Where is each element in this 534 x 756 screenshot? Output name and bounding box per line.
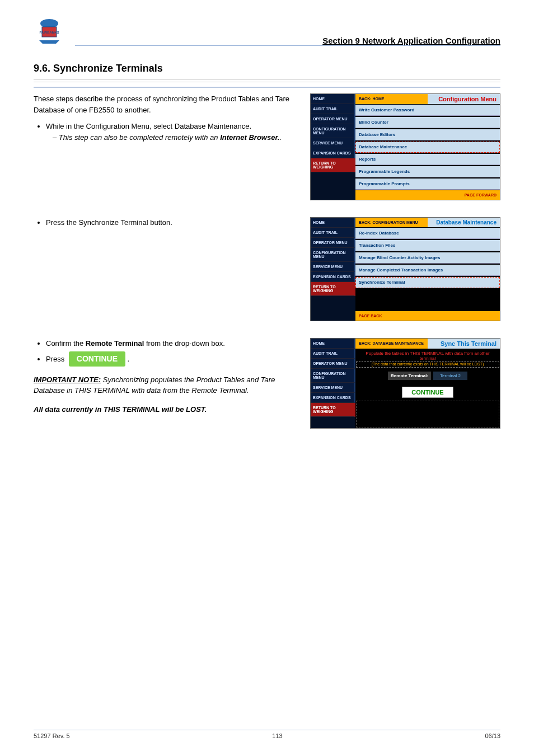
- sidebar-item[interactable]: OPERATOR MENU: [311, 114, 355, 124]
- fairbanks-logo: FAIRBANKS: [34, 17, 65, 46]
- sidebar-item[interactable]: CONFIGURATION MENU: [311, 124, 355, 138]
- remote-terminal-label: Remote Terminal:: [388, 372, 431, 380]
- menu-item[interactable]: Manage Completed Transaction Images: [355, 265, 500, 276]
- sidebar-item[interactable]: CONFIGURATION MENU: [311, 248, 355, 262]
- sidebar-item[interactable]: AUDIT TRAIL: [311, 104, 355, 114]
- step-block-3: Confirm the Remote Terminal from the dro…: [34, 338, 500, 429]
- sidebar-item[interactable]: HOME: [311, 339, 355, 349]
- menu-item[interactable]: Programmable Prompts: [355, 179, 500, 190]
- screenshot-db-maintenance: HOME AUDIT TRAIL OPERATOR MENU CONFIGURA…: [310, 217, 500, 321]
- page-footer: 51297 Rev. 5 113 06/13: [34, 730, 500, 739]
- divider: [34, 79, 500, 82]
- sidebar-item-return[interactable]: RETURN TO WEIGHING: [311, 403, 355, 417]
- menu-item[interactable]: Reports: [355, 154, 500, 165]
- footer-right: 06/13: [485, 732, 500, 739]
- svg-text:FAIRBANKS: FAIRBANKS: [39, 31, 59, 34]
- screenshot-config-menu: HOME AUDIT TRAIL OPERATOR MENU CONFIGURA…: [310, 93, 500, 200]
- sidebar-item[interactable]: SERVICE MENU: [311, 138, 355, 148]
- warning-text: All data currently in THIS TERMINAL will…: [34, 404, 299, 415]
- step-4: Press CONTINUE .: [46, 351, 299, 367]
- menu-item[interactable]: Manage Blind Counter Activity Images: [355, 252, 500, 264]
- sidebar-item[interactable]: HOME: [311, 94, 355, 104]
- page-header: FAIRBANKS Section 9 Network Application …: [34, 17, 500, 46]
- panel-title: Database Maintenance: [428, 218, 500, 227]
- notice-warning: (The data that currently exists on THIS …: [355, 361, 500, 368]
- sidebar-item[interactable]: SERVICE MENU: [311, 262, 355, 272]
- remote-terminal-select[interactable]: Terminal 2: [433, 372, 467, 380]
- back-button[interactable]: BACK: DATABASE MAINTENANCE: [355, 339, 428, 349]
- sidebar-item[interactable]: HOME: [311, 218, 355, 228]
- menu-item[interactable]: Programmable Legends: [355, 166, 500, 177]
- step-block-2: Press the Synchronize Terminal button. H…: [34, 217, 500, 321]
- menu-item[interactable]: Write Customer Password: [355, 105, 500, 116]
- step-2: Press the Synchronize Terminal button.: [46, 217, 299, 228]
- step-block-1: These steps describe the process of sync…: [34, 87, 500, 200]
- sidebar-item[interactable]: SERVICE MENU: [311, 383, 355, 393]
- continue-badge: CONTINUE: [69, 351, 125, 367]
- menu-item[interactable]: Database Editors: [355, 129, 500, 140]
- sidebar-item[interactable]: AUDIT TRAIL: [311, 228, 355, 238]
- step-3: Confirm the Remote Terminal from the dro…: [46, 338, 299, 349]
- sidebar-item[interactable]: AUDIT TRAIL: [311, 349, 355, 359]
- sidebar-item[interactable]: EXPANSION CARDS: [311, 148, 355, 158]
- sidebar-item[interactable]: OPERATOR MENU: [311, 238, 355, 248]
- sidebar-item-return[interactable]: RETURN TO WEIGHING: [311, 158, 355, 172]
- menu-item[interactable]: Re-Index Database: [355, 228, 500, 239]
- page-back-button[interactable]: PAGE BACK: [355, 311, 500, 321]
- back-button[interactable]: BACK: CONFIGURATION MENU: [355, 218, 428, 227]
- panel-title: Sync This Terminal: [428, 339, 500, 349]
- sidebar-item[interactable]: OPERATOR MENU: [311, 359, 355, 369]
- menu-item[interactable]: Transaction Files: [355, 240, 500, 251]
- back-button[interactable]: BACK: HOME: [355, 94, 428, 104]
- sidebar-item[interactable]: EXPANSION CARDS: [311, 393, 355, 403]
- important-note: IMPORTANT NOTE: Synchronizing populates …: [34, 374, 299, 396]
- menu-item[interactable]: Blind Counter: [355, 117, 500, 128]
- footer-left: 51297 Rev. 5: [34, 732, 70, 739]
- menu-item-sync-terminal[interactable]: Synchronize Terminal: [355, 277, 500, 288]
- continue-button[interactable]: CONTINUE: [402, 387, 453, 398]
- notice-primary: Populate the tables in THIS TERMINAL wit…: [355, 349, 500, 361]
- step-1: While in the Configuration Menu, select …: [46, 121, 299, 143]
- footer-page-number: 113: [70, 732, 485, 739]
- sidebar-item-return[interactable]: RETURN TO WEIGHING: [311, 282, 355, 296]
- intro-text: These steps describe the process of sync…: [34, 93, 299, 115]
- sidebar-item[interactable]: EXPANSION CARDS: [311, 272, 355, 282]
- menu-item-db-maintenance[interactable]: Database Maintenance: [355, 142, 500, 153]
- page-forward-button[interactable]: PAGE FORWARD: [355, 190, 500, 200]
- section-title: 9.6. Synchronize Terminals: [34, 63, 500, 74]
- section-heading: Section 9 Network Application Configurat…: [322, 36, 500, 45]
- screenshot-sync-terminal: HOME AUDIT TRAIL OPERATOR MENU CONFIGURA…: [310, 338, 500, 429]
- panel-title: Configuration Menu: [428, 94, 500, 104]
- sidebar-item[interactable]: CONFIGURATION MENU: [311, 369, 355, 383]
